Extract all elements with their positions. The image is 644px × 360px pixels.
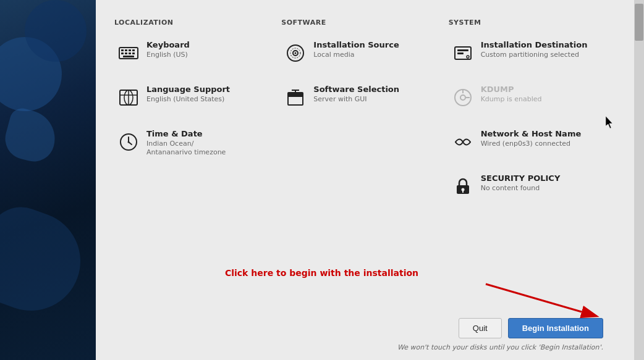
time-date-subtitle: Indian Ocean/Antananarivo timezone bbox=[146, 140, 226, 157]
drive-icon bbox=[451, 41, 475, 65]
installation-source-subtitle: Local media bbox=[313, 51, 399, 59]
svg-rect-27 bbox=[457, 49, 468, 51]
software-header: SOFTWARE bbox=[281, 19, 442, 27]
bottom-area: Click here to begin with the installatio… bbox=[114, 261, 616, 360]
svg-point-17 bbox=[128, 141, 130, 143]
language-support-subtitle: English (United States) bbox=[146, 95, 230, 104]
kdump-title: KDUMP bbox=[481, 85, 542, 94]
network-hostname-title: Network & Host Name bbox=[481, 129, 582, 138]
network-hostname-item[interactable]: Network & Host Name Wired (enp0s3) conne… bbox=[449, 127, 609, 156]
system-header: SYSTEM bbox=[449, 19, 609, 27]
kdump-text: KDUMP Kdump is enabled bbox=[481, 85, 542, 104]
svg-rect-8 bbox=[132, 52, 135, 54]
time-date-item[interactable]: Time & Date Indian Ocean/Antananarivo ti… bbox=[114, 127, 275, 160]
svg-rect-9 bbox=[123, 56, 134, 57]
keyboard-item[interactable]: Keyboard English (US) bbox=[114, 38, 275, 67]
localization-section: LOCALIZATION bbox=[114, 19, 281, 261]
package-icon bbox=[284, 86, 307, 109]
lock-icon bbox=[451, 175, 475, 198]
software-selection-subtitle: Server with GUI bbox=[313, 95, 399, 104]
time-date-title: Time & Date bbox=[146, 129, 226, 138]
svg-rect-23 bbox=[288, 93, 303, 97]
svg-point-35 bbox=[461, 188, 464, 191]
localization-header: LOCALIZATION bbox=[114, 19, 275, 27]
main-content: LOCALIZATION bbox=[96, 0, 634, 360]
footer-note: We won't touch your disks until you clic… bbox=[397, 343, 616, 355]
installation-source-text: Installation Source Local media bbox=[313, 40, 399, 59]
language-icon bbox=[117, 86, 140, 109]
installation-destination-text: Installation Destination Custom partitio… bbox=[481, 40, 588, 59]
security-policy-item[interactable]: SECURITY POLICY No content found bbox=[449, 171, 609, 201]
software-selection-title: Software Selection bbox=[313, 85, 399, 94]
svg-rect-2 bbox=[125, 49, 127, 51]
quit-button[interactable]: Quit bbox=[459, 318, 502, 338]
network-hostname-subtitle: Wired (enp0s3) connected bbox=[481, 140, 582, 148]
network-icon bbox=[451, 130, 475, 154]
sidebar bbox=[0, 0, 96, 360]
scrollbar[interactable] bbox=[634, 0, 644, 360]
button-row: Quit Begin Installation bbox=[114, 318, 616, 343]
keyboard-subtitle: English (US) bbox=[146, 51, 190, 59]
sidebar-decoration-2 bbox=[25, 0, 87, 62]
software-section: SOFTWARE Installation Source Local media bbox=[281, 19, 448, 261]
svg-point-31 bbox=[460, 95, 465, 100]
kdump-item[interactable]: KDUMP Kdump is enabled bbox=[449, 82, 609, 112]
software-selection-text: Software Selection Server with GUI bbox=[313, 85, 399, 104]
begin-installation-button[interactable]: Begin Installation bbox=[508, 318, 603, 338]
system-section: SYSTEM Installation Destination Custom p… bbox=[449, 19, 616, 261]
sections-container: LOCALIZATION bbox=[114, 19, 616, 261]
keyboard-title: Keyboard bbox=[146, 40, 190, 49]
language-support-item[interactable]: Language Support English (United States) bbox=[114, 82, 275, 112]
clock-icon bbox=[117, 130, 140, 154]
security-policy-title: SECURITY POLICY bbox=[481, 174, 561, 183]
installation-destination-subtitle: Custom partitioning selected bbox=[481, 51, 588, 59]
click-hint-text: Click here to begin with the installatio… bbox=[225, 268, 418, 278]
keyboard-icon bbox=[117, 41, 140, 65]
svg-rect-6 bbox=[125, 52, 127, 54]
svg-rect-28 bbox=[457, 52, 464, 54]
language-support-text: Language Support English (United States) bbox=[146, 85, 230, 104]
keyboard-text: Keyboard English (US) bbox=[146, 40, 190, 59]
kdump-icon bbox=[451, 86, 475, 109]
language-support-title: Language Support bbox=[146, 85, 230, 94]
svg-rect-3 bbox=[129, 49, 131, 51]
svg-line-38 bbox=[486, 284, 582, 312]
time-date-text: Time & Date Indian Ocean/Antananarivo ti… bbox=[146, 129, 226, 157]
software-selection-item[interactable]: Software Selection Server with GUI bbox=[281, 82, 442, 112]
svg-rect-1 bbox=[121, 49, 124, 51]
installation-source-title: Installation Source bbox=[313, 40, 399, 49]
installation-source-item[interactable]: Installation Source Local media bbox=[281, 38, 442, 67]
sidebar-decoration-1 bbox=[1, 106, 61, 166]
security-policy-text: SECURITY POLICY No content found bbox=[481, 174, 561, 193]
svg-rect-7 bbox=[129, 52, 131, 54]
network-hostname-text: Network & Host Name Wired (enp0s3) conne… bbox=[481, 129, 582, 148]
security-policy-subtitle: No content found bbox=[481, 184, 561, 193]
arrow-graphic bbox=[467, 281, 603, 318]
kdump-subtitle: Kdump is enabled bbox=[481, 95, 542, 104]
scrollbar-thumb[interactable] bbox=[635, 4, 643, 41]
installation-destination-title: Installation Destination bbox=[481, 40, 588, 49]
svg-point-29 bbox=[467, 56, 469, 58]
disc-icon bbox=[284, 41, 307, 65]
svg-rect-4 bbox=[132, 49, 135, 51]
installation-destination-item[interactable]: Installation Destination Custom partitio… bbox=[449, 38, 609, 67]
svg-rect-5 bbox=[121, 52, 124, 54]
svg-point-20 bbox=[295, 52, 297, 54]
